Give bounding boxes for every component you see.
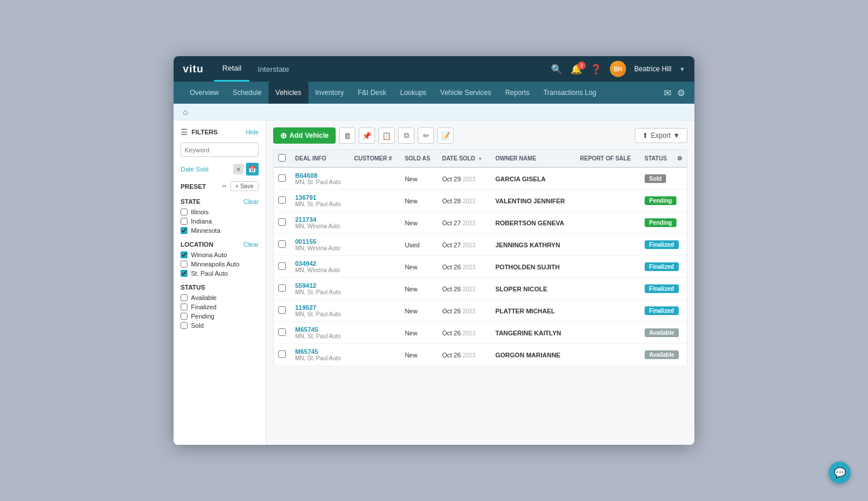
preset-save-button[interactable]: + Save (230, 181, 259, 191)
row-checkbox-7[interactable] (278, 328, 286, 336)
sold-as-cell: New (400, 300, 437, 322)
column-settings-icon[interactable]: ⚙ (677, 155, 682, 162)
deal-id[interactable]: 136791 (295, 194, 345, 201)
notifications-badge: 2 (578, 61, 586, 70)
nav-lookups[interactable]: Lookups (393, 82, 433, 104)
deal-id[interactable]: 211734 (295, 216, 345, 223)
deal-info-cell: B64608 MN, St. Paul Auto (290, 167, 350, 190)
preset-edit-icon[interactable]: ✏ (222, 183, 227, 189)
table-row: 136791 MN, St. Paul Auto New Oct 28 2023… (274, 190, 687, 212)
nav-transactions-log[interactable]: Transactions Log (536, 82, 604, 104)
deal-id[interactable]: 559412 (295, 282, 345, 289)
date-sold-cell: Oct 26 2023 (437, 344, 491, 366)
th-sold-as[interactable]: SOLD AS (400, 150, 437, 168)
report-of-sale-cell (575, 190, 639, 212)
state-illinois-checkbox[interactable] (181, 209, 187, 215)
location-filter-header: LOCATION Clear (181, 241, 259, 248)
deal-sub: MN, Winona Auto (295, 267, 345, 273)
th-select-all (274, 150, 291, 168)
location-filter-section: LOCATION Clear Winona Auto Minneapolis A… (181, 241, 259, 277)
deal-id[interactable]: M65745 (295, 348, 345, 355)
th-deal-info[interactable]: DEAL INFO (290, 150, 350, 168)
state-minnesota-checkbox[interactable] (181, 227, 187, 234)
row-checkbox-8[interactable] (278, 350, 286, 358)
state-indiana-label: Indiana (191, 218, 212, 225)
deal-id[interactable]: 001155 (295, 238, 345, 245)
date-sold-cell: Oct 26 2023 (437, 256, 491, 278)
status-sold-label: Sold (191, 322, 204, 329)
nav-vehicles[interactable]: Vehicles (269, 82, 308, 104)
row-checkbox-0[interactable] (278, 174, 286, 182)
deal-id[interactable]: 119527 (295, 304, 345, 311)
select-all-checkbox[interactable] (278, 154, 286, 162)
row-checkbox-cell (274, 190, 291, 212)
search-icon[interactable]: 🔍 (551, 64, 562, 75)
row-checkbox-1[interactable] (278, 196, 286, 204)
state-indiana-checkbox[interactable] (181, 218, 187, 225)
deal-sub: MN, Winona Auto (295, 223, 345, 229)
duplicate-button[interactable]: ⧉ (398, 127, 414, 144)
row-checkbox-4[interactable] (278, 262, 286, 270)
add-vehicle-button[interactable]: ⊕ Add Vehicle (273, 127, 336, 144)
nav-overview[interactable]: Overview (183, 82, 226, 104)
nav-fi-desk[interactable]: F&I Desk (351, 82, 393, 104)
nav-reports[interactable]: Reports (498, 82, 536, 104)
location-clear-link[interactable]: Clear (244, 241, 259, 248)
nav-vehicle-services[interactable]: Vehicle Services (433, 82, 498, 104)
row-checkbox-3[interactable] (278, 240, 286, 248)
state-clear-link[interactable]: Clear (244, 198, 259, 205)
location-stpaul-checkbox[interactable] (181, 270, 187, 277)
export-button[interactable]: ⬆ Export ▼ (635, 128, 687, 143)
pin-button[interactable]: 📌 (359, 127, 375, 144)
nav-schedule[interactable]: Schedule (226, 82, 269, 104)
nav-inventory[interactable]: Inventory (308, 82, 351, 104)
state-minnesota-label: Minnesota (191, 227, 220, 234)
deal-id[interactable]: 034942 (295, 260, 345, 267)
th-owner-name[interactable]: OWNER NAME (491, 150, 575, 168)
message-icon[interactable]: ✉ (664, 87, 671, 98)
hide-filters-link[interactable]: Hide (245, 129, 259, 136)
chat-bubble[interactable]: 💬 (829, 462, 851, 484)
copy-button[interactable]: 📋 (378, 127, 395, 144)
row-checkbox-6[interactable] (278, 306, 286, 314)
top-nav-retail[interactable]: Retail (214, 56, 249, 82)
home-icon[interactable]: ⌂ (183, 107, 187, 116)
status-available-checkbox[interactable] (181, 294, 187, 301)
location-minneapolis-checkbox[interactable] (181, 261, 187, 268)
top-nav-interstate[interactable]: Interstate (249, 56, 297, 82)
th-date-sold[interactable]: DATE SOLD ▼ (437, 150, 491, 168)
th-customer-num[interactable]: CUSTOMER # (350, 150, 400, 168)
deal-id[interactable]: B64608 (295, 172, 345, 179)
row-checkbox-2[interactable] (278, 218, 286, 226)
avatar: BH (610, 61, 626, 77)
deal-sub: MN, St. Paul Auto (295, 355, 345, 361)
notes-button[interactable]: 📝 (437, 127, 454, 144)
help-icon[interactable]: ❓ (590, 64, 602, 75)
secondary-nav: Overview Schedule Vehicles Inventory F&I… (174, 82, 694, 104)
calendar-button[interactable]: 📅 (246, 163, 259, 175)
row-checkbox-5[interactable] (278, 284, 286, 292)
user-menu-chevron[interactable]: ▼ (679, 66, 685, 72)
settings-icon[interactable]: ⚙ (677, 87, 685, 98)
deal-info-cell: 559412 MN, St. Paul Auto (290, 278, 350, 300)
date-clear-button[interactable]: ✕ (233, 164, 244, 174)
row-checkbox-cell (274, 212, 291, 234)
report-of-sale-cell (575, 167, 639, 190)
th-report-of-sale[interactable]: REPORT OF SALE (575, 150, 639, 168)
state-filter-section: STATE Clear Illinois Indiana Minnesota (181, 198, 259, 234)
status-sold-checkbox[interactable] (181, 322, 187, 329)
keyword-input[interactable] (181, 144, 259, 156)
edit-button[interactable]: ✏ (418, 127, 434, 144)
status-pending-label: Pending (191, 313, 214, 320)
location-winona-checkbox[interactable] (181, 251, 187, 258)
status-finalized-checkbox[interactable] (181, 303, 187, 310)
location-winona-auto: Winona Auto (181, 251, 259, 258)
status-pending-checkbox[interactable] (181, 313, 187, 320)
deal-id[interactable]: M65745 (295, 326, 345, 333)
date-sold-label[interactable]: Date Sold (181, 166, 231, 173)
state-filter-header: STATE Clear (181, 198, 259, 205)
status-badge: Finalized (645, 240, 679, 249)
notifications-icon[interactable]: 🔔 2 (571, 64, 582, 75)
table-header-row: DEAL INFO CUSTOMER # SOLD AS DATE SOLD ▼… (274, 150, 687, 168)
delete-button[interactable]: 🗑 (339, 127, 355, 144)
